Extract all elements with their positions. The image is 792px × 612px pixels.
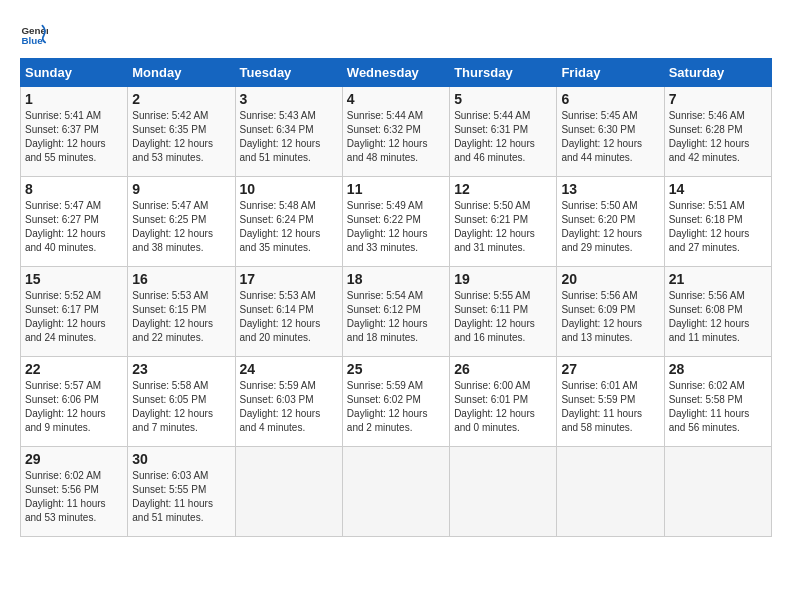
- svg-text:Blue: Blue: [21, 35, 43, 46]
- calendar-cell: 17 Sunrise: 5:53 AM Sunset: 6:14 PM Dayl…: [235, 267, 342, 357]
- calendar-cell: 20 Sunrise: 5:56 AM Sunset: 6:09 PM Dayl…: [557, 267, 664, 357]
- calendar-cell: 14 Sunrise: 5:51 AM Sunset: 6:18 PM Dayl…: [664, 177, 771, 267]
- calendar-cell: 27 Sunrise: 6:01 AM Sunset: 5:59 PM Dayl…: [557, 357, 664, 447]
- day-info: Sunrise: 5:57 AM Sunset: 6:06 PM Dayligh…: [25, 379, 123, 435]
- day-number: 15: [25, 271, 123, 287]
- day-number: 18: [347, 271, 445, 287]
- day-info: Sunrise: 5:49 AM Sunset: 6:22 PM Dayligh…: [347, 199, 445, 255]
- day-info: Sunrise: 6:02 AM Sunset: 5:58 PM Dayligh…: [669, 379, 767, 435]
- calendar-cell: 3 Sunrise: 5:43 AM Sunset: 6:34 PM Dayli…: [235, 87, 342, 177]
- day-info: Sunrise: 5:45 AM Sunset: 6:30 PM Dayligh…: [561, 109, 659, 165]
- calendar-cell: 12 Sunrise: 5:50 AM Sunset: 6:21 PM Dayl…: [450, 177, 557, 267]
- calendar-week-3: 15 Sunrise: 5:52 AM Sunset: 6:17 PM Dayl…: [21, 267, 772, 357]
- day-info: Sunrise: 5:58 AM Sunset: 6:05 PM Dayligh…: [132, 379, 230, 435]
- day-number: 17: [240, 271, 338, 287]
- day-info: Sunrise: 6:03 AM Sunset: 5:55 PM Dayligh…: [132, 469, 230, 525]
- calendar-cell: 30 Sunrise: 6:03 AM Sunset: 5:55 PM Dayl…: [128, 447, 235, 537]
- calendar-week-5: 29 Sunrise: 6:02 AM Sunset: 5:56 PM Dayl…: [21, 447, 772, 537]
- calendar-cell: 13 Sunrise: 5:50 AM Sunset: 6:20 PM Dayl…: [557, 177, 664, 267]
- day-info: Sunrise: 5:46 AM Sunset: 6:28 PM Dayligh…: [669, 109, 767, 165]
- calendar-table: SundayMondayTuesdayWednesdayThursdayFrid…: [20, 58, 772, 537]
- weekday-header-monday: Monday: [128, 59, 235, 87]
- calendar-cell: 5 Sunrise: 5:44 AM Sunset: 6:31 PM Dayli…: [450, 87, 557, 177]
- day-number: 16: [132, 271, 230, 287]
- calendar-cell: [557, 447, 664, 537]
- day-info: Sunrise: 5:53 AM Sunset: 6:15 PM Dayligh…: [132, 289, 230, 345]
- day-number: 21: [669, 271, 767, 287]
- calendar-cell: 8 Sunrise: 5:47 AM Sunset: 6:27 PM Dayli…: [21, 177, 128, 267]
- calendar-cell: 1 Sunrise: 5:41 AM Sunset: 6:37 PM Dayli…: [21, 87, 128, 177]
- logo-icon: General Blue: [20, 20, 48, 48]
- day-number: 3: [240, 91, 338, 107]
- calendar-cell: 4 Sunrise: 5:44 AM Sunset: 6:32 PM Dayli…: [342, 87, 449, 177]
- day-info: Sunrise: 5:59 AM Sunset: 6:03 PM Dayligh…: [240, 379, 338, 435]
- day-info: Sunrise: 6:02 AM Sunset: 5:56 PM Dayligh…: [25, 469, 123, 525]
- day-number: 7: [669, 91, 767, 107]
- calendar-cell: [342, 447, 449, 537]
- calendar-cell: 11 Sunrise: 5:49 AM Sunset: 6:22 PM Dayl…: [342, 177, 449, 267]
- day-number: 14: [669, 181, 767, 197]
- calendar-cell: 21 Sunrise: 5:56 AM Sunset: 6:08 PM Dayl…: [664, 267, 771, 357]
- calendar-cell: 15 Sunrise: 5:52 AM Sunset: 6:17 PM Dayl…: [21, 267, 128, 357]
- calendar-cell: 24 Sunrise: 5:59 AM Sunset: 6:03 PM Dayl…: [235, 357, 342, 447]
- day-number: 10: [240, 181, 338, 197]
- day-info: Sunrise: 5:41 AM Sunset: 6:37 PM Dayligh…: [25, 109, 123, 165]
- day-info: Sunrise: 5:43 AM Sunset: 6:34 PM Dayligh…: [240, 109, 338, 165]
- calendar-week-2: 8 Sunrise: 5:47 AM Sunset: 6:27 PM Dayli…: [21, 177, 772, 267]
- logo: General Blue: [20, 20, 52, 48]
- calendar-cell: 9 Sunrise: 5:47 AM Sunset: 6:25 PM Dayli…: [128, 177, 235, 267]
- day-number: 4: [347, 91, 445, 107]
- day-number: 23: [132, 361, 230, 377]
- day-number: 8: [25, 181, 123, 197]
- calendar-week-4: 22 Sunrise: 5:57 AM Sunset: 6:06 PM Dayl…: [21, 357, 772, 447]
- day-info: Sunrise: 6:00 AM Sunset: 6:01 PM Dayligh…: [454, 379, 552, 435]
- calendar-cell: [235, 447, 342, 537]
- day-info: Sunrise: 5:51 AM Sunset: 6:18 PM Dayligh…: [669, 199, 767, 255]
- calendar-cell: 26 Sunrise: 6:00 AM Sunset: 6:01 PM Dayl…: [450, 357, 557, 447]
- calendar-cell: 2 Sunrise: 5:42 AM Sunset: 6:35 PM Dayli…: [128, 87, 235, 177]
- day-number: 9: [132, 181, 230, 197]
- day-info: Sunrise: 5:53 AM Sunset: 6:14 PM Dayligh…: [240, 289, 338, 345]
- day-number: 11: [347, 181, 445, 197]
- day-number: 24: [240, 361, 338, 377]
- calendar-cell: [664, 447, 771, 537]
- weekday-header-saturday: Saturday: [664, 59, 771, 87]
- weekday-header-wednesday: Wednesday: [342, 59, 449, 87]
- calendar-week-1: 1 Sunrise: 5:41 AM Sunset: 6:37 PM Dayli…: [21, 87, 772, 177]
- calendar-cell: 19 Sunrise: 5:55 AM Sunset: 6:11 PM Dayl…: [450, 267, 557, 357]
- weekday-header-sunday: Sunday: [21, 59, 128, 87]
- weekday-header-thursday: Thursday: [450, 59, 557, 87]
- day-number: 13: [561, 181, 659, 197]
- day-number: 20: [561, 271, 659, 287]
- day-info: Sunrise: 5:56 AM Sunset: 6:08 PM Dayligh…: [669, 289, 767, 345]
- day-number: 6: [561, 91, 659, 107]
- calendar-cell: 16 Sunrise: 5:53 AM Sunset: 6:15 PM Dayl…: [128, 267, 235, 357]
- calendar-cell: 23 Sunrise: 5:58 AM Sunset: 6:05 PM Dayl…: [128, 357, 235, 447]
- day-number: 2: [132, 91, 230, 107]
- day-number: 30: [132, 451, 230, 467]
- day-info: Sunrise: 5:56 AM Sunset: 6:09 PM Dayligh…: [561, 289, 659, 345]
- page-header: General Blue: [20, 20, 772, 48]
- day-number: 5: [454, 91, 552, 107]
- calendar-cell: 25 Sunrise: 5:59 AM Sunset: 6:02 PM Dayl…: [342, 357, 449, 447]
- day-number: 29: [25, 451, 123, 467]
- calendar-cell: [450, 447, 557, 537]
- day-info: Sunrise: 5:42 AM Sunset: 6:35 PM Dayligh…: [132, 109, 230, 165]
- calendar-cell: 7 Sunrise: 5:46 AM Sunset: 6:28 PM Dayli…: [664, 87, 771, 177]
- calendar-cell: 28 Sunrise: 6:02 AM Sunset: 5:58 PM Dayl…: [664, 357, 771, 447]
- day-info: Sunrise: 5:47 AM Sunset: 6:27 PM Dayligh…: [25, 199, 123, 255]
- day-info: Sunrise: 6:01 AM Sunset: 5:59 PM Dayligh…: [561, 379, 659, 435]
- day-number: 28: [669, 361, 767, 377]
- weekday-header-friday: Friday: [557, 59, 664, 87]
- day-number: 22: [25, 361, 123, 377]
- day-info: Sunrise: 5:44 AM Sunset: 6:31 PM Dayligh…: [454, 109, 552, 165]
- day-info: Sunrise: 5:48 AM Sunset: 6:24 PM Dayligh…: [240, 199, 338, 255]
- day-number: 12: [454, 181, 552, 197]
- day-info: Sunrise: 5:50 AM Sunset: 6:21 PM Dayligh…: [454, 199, 552, 255]
- day-number: 1: [25, 91, 123, 107]
- calendar-cell: 22 Sunrise: 5:57 AM Sunset: 6:06 PM Dayl…: [21, 357, 128, 447]
- day-info: Sunrise: 5:52 AM Sunset: 6:17 PM Dayligh…: [25, 289, 123, 345]
- calendar-cell: 18 Sunrise: 5:54 AM Sunset: 6:12 PM Dayl…: [342, 267, 449, 357]
- calendar-cell: 10 Sunrise: 5:48 AM Sunset: 6:24 PM Dayl…: [235, 177, 342, 267]
- day-number: 27: [561, 361, 659, 377]
